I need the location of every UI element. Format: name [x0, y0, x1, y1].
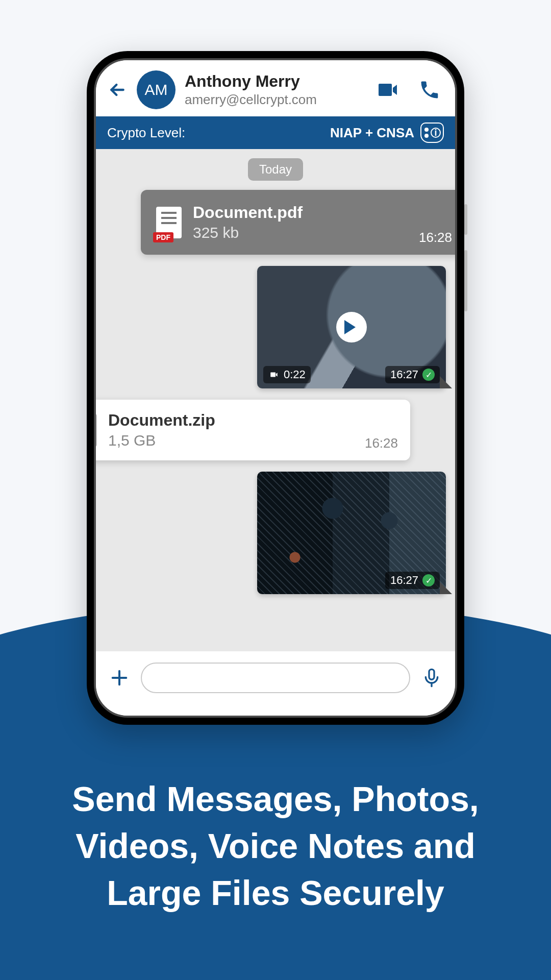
- crypto-value-group[interactable]: NIAP + CNSA i: [330, 122, 444, 143]
- message-incoming-file[interactable]: Document.zip 1,5 GB 16:28: [96, 400, 410, 460]
- video-call-button[interactable]: [375, 78, 400, 102]
- message-meta: 16:27 ✓: [385, 572, 440, 589]
- pdf-badge: PDF: [153, 232, 173, 242]
- pdf-icon: PDF: [156, 207, 182, 238]
- chat-header: AM Anthony Merry amerry@cellcrypt.com: [96, 60, 455, 116]
- photo-thumbnail[interactable]: 16:27 ✓: [257, 472, 446, 594]
- video-duration-badge: 0:22: [263, 366, 311, 383]
- file-row: Document.zip 1,5 GB: [96, 411, 395, 449]
- video-thumbnail[interactable]: 0:22 16:27 ✓: [257, 266, 446, 388]
- phone-icon: [418, 79, 441, 101]
- message-time: 16:28: [419, 230, 452, 246]
- video-duration: 0:22: [284, 368, 306, 381]
- message-time: 16:27: [390, 368, 418, 381]
- avatar[interactable]: AM: [137, 70, 176, 109]
- message-time: 16:27: [390, 574, 418, 587]
- message-outgoing-video[interactable]: 0:22 16:27 ✓: [257, 266, 446, 388]
- message-outgoing-file[interactable]: PDF Document.pdf 325 kb 16:28 ✓: [141, 190, 455, 255]
- voice-call-button[interactable]: [418, 79, 441, 101]
- contact-block[interactable]: Anthony Merry amerry@cellcrypt.com: [185, 72, 366, 108]
- message-outgoing-photo[interactable]: 16:27 ✓: [257, 472, 446, 594]
- delivered-check-icon: ✓: [422, 369, 435, 381]
- bubble-tail: [440, 376, 452, 388]
- contact-name: Anthony Merry: [185, 72, 366, 91]
- back-icon: [107, 80, 128, 100]
- screen: AM Anthony Merry amerry@cellcrypt.com Cr…: [94, 58, 457, 718]
- file-row: PDF Document.pdf 325 kb: [156, 203, 455, 241]
- crypto-value: NIAP + CNSA: [330, 125, 414, 141]
- message-input[interactable]: [141, 663, 410, 693]
- phone-frame: AM Anthony Merry amerry@cellcrypt.com Cr…: [87, 51, 464, 725]
- svg-rect-0: [429, 669, 434, 679]
- avatar-initials: AM: [145, 81, 168, 99]
- mic-icon: [421, 666, 442, 690]
- video-camera-icon: [375, 78, 400, 102]
- mic-button[interactable]: [421, 666, 442, 690]
- camera-icon: [268, 370, 280, 379]
- crypto-label: Crypto Level:: [107, 125, 185, 141]
- file-size: 1,5 GB: [108, 432, 215, 449]
- play-icon[interactable]: [336, 312, 367, 342]
- date-separator: Today: [248, 158, 303, 181]
- crypto-level-bar: Crypto Level: NIAP + CNSA i: [96, 116, 455, 149]
- side-button: [464, 204, 467, 235]
- file-name: Document.pdf: [193, 203, 303, 222]
- file-size: 325 kb: [193, 224, 303, 241]
- bubble-tail: [440, 582, 452, 594]
- message-input-bar: [96, 651, 455, 716]
- back-button[interactable]: [107, 80, 128, 100]
- shield-info-icon: i: [420, 122, 444, 143]
- side-button: [464, 250, 467, 311]
- message-time: 16:28: [365, 435, 398, 451]
- message-meta: 16:27 ✓: [385, 366, 440, 383]
- plus-icon: [109, 668, 130, 688]
- file-name: Document.zip: [108, 411, 215, 430]
- zip-icon: [96, 414, 97, 447]
- message-meta: 16:28: [365, 435, 398, 451]
- delivered-check-icon: ✓: [422, 574, 435, 586]
- message-meta: 16:28 ✓: [419, 230, 455, 246]
- promo-tagline: Send Messages, Photos, Videos, Voice Not…: [31, 776, 520, 916]
- contact-email: amerry@cellcrypt.com: [185, 92, 366, 108]
- chat-area[interactable]: Today PDF Document.pdf 325 kb 16:28 ✓: [96, 149, 455, 652]
- attach-button[interactable]: [109, 668, 130, 688]
